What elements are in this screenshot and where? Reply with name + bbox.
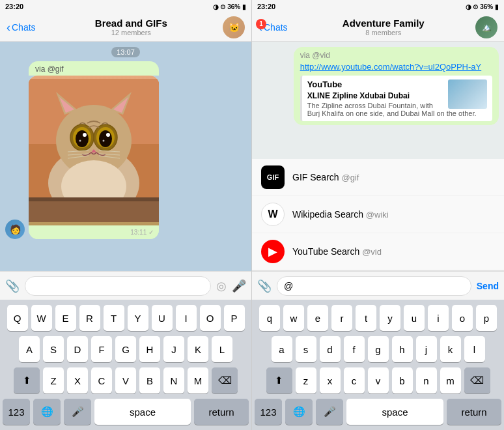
left-avatar[interactable]: 🐱 [223, 16, 245, 38]
left-key-m[interactable]: M [188, 367, 208, 394]
left-key-d[interactable]: D [67, 336, 88, 362]
right-key-y[interactable]: y [380, 305, 400, 331]
right-delete-key[interactable]: ⌫ [464, 367, 490, 394]
right-sugg-gif-text: GIF Search @gif [292, 171, 359, 183]
left-key-z[interactable]: Z [43, 367, 64, 394]
left-key-t[interactable]: T [104, 305, 124, 331]
right-sugg-wiki-text: Wikipedia Search @wiki [292, 208, 389, 220]
left-shift-key[interactable]: ⬆ [14, 367, 40, 394]
left-key-v[interactable]: V [115, 367, 136, 394]
right-key-n[interactable]: n [416, 367, 437, 394]
right-key-v[interactable]: v [368, 367, 389, 394]
left-key-globe[interactable]: 🌐 [33, 399, 61, 425]
right-sugg-yt[interactable]: ▶ YouTube Search @vid [252, 233, 504, 270]
right-key-t[interactable]: t [356, 305, 376, 331]
right-key-b[interactable]: b [392, 367, 413, 394]
right-key-j[interactable]: j [416, 336, 437, 362]
right-key-x[interactable]: x [320, 367, 341, 394]
left-via-label: via @gif [29, 61, 159, 76]
right-key-l[interactable]: l [464, 336, 485, 362]
left-sticker-icon[interactable]: ◎ [216, 279, 227, 293]
right-key-r[interactable]: r [331, 305, 352, 331]
right-key-p[interactable]: p [476, 305, 497, 331]
left-key-c[interactable]: C [91, 367, 112, 394]
left-timestamp-1: 13:07 [111, 47, 140, 57]
left-key-g[interactable]: G [115, 336, 136, 362]
right-key-z[interactable]: z [296, 367, 316, 394]
right-key-i[interactable]: i [428, 305, 449, 331]
left-attach-icon[interactable]: 📎 [5, 279, 20, 293]
right-key-e[interactable]: e [307, 305, 328, 331]
left-gif-image [29, 76, 159, 225]
svg-rect-29 [29, 197, 159, 201]
right-key-123[interactable]: 123 [255, 399, 282, 425]
left-chevron-icon: ‹ [7, 22, 10, 33]
left-key-w[interactable]: W [31, 305, 52, 331]
left-key-r[interactable]: R [79, 305, 100, 331]
left-delete-key[interactable]: ⌫ [212, 367, 238, 394]
left-key-o[interactable]: O [200, 305, 221, 331]
right-key-a[interactable]: a [272, 336, 292, 362]
right-key-space[interactable]: space [346, 399, 443, 425]
svg-point-12 [76, 130, 89, 147]
left-key-e[interactable]: E [55, 305, 76, 331]
left-key-s[interactable]: S [43, 336, 64, 362]
left-key-n[interactable]: N [163, 367, 184, 394]
right-key-q[interactable]: q [259, 305, 280, 331]
right-sugg-gif[interactable]: GIF GIF Search @gif [252, 159, 504, 196]
right-input-bar: 📎 Send [252, 271, 504, 300]
right-key-o[interactable]: o [452, 305, 473, 331]
left-key-mic[interactable]: 🎤 [64, 399, 91, 425]
left-gif-bubble[interactable]: 13:11 ✓ [29, 76, 159, 239]
left-status-icons: ◑ ⊙ 36% ▮ [213, 3, 246, 10]
right-key-f[interactable]: f [344, 336, 365, 362]
left-key-f[interactable]: F [91, 336, 112, 362]
right-key-d[interactable]: d [320, 336, 341, 362]
right-message-input[interactable] [277, 276, 471, 296]
svg-point-14 [83, 133, 87, 137]
right-shift-key[interactable]: ⬆ [266, 367, 292, 394]
left-key-return[interactable]: return [194, 399, 249, 425]
right-chat-panel: 23:20 ◑ ⊙ 36% ▮ ‹ Chats 1 Adventure Fami… [252, 0, 504, 430]
left-message-input[interactable] [25, 276, 211, 296]
right-key-u[interactable]: u [404, 305, 425, 331]
left-key-q[interactable]: Q [7, 305, 28, 331]
right-key-mic[interactable]: 🎤 [316, 399, 343, 425]
right-attach-icon[interactable]: 📎 [257, 279, 272, 293]
right-key-h[interactable]: h [392, 336, 413, 362]
left-key-l[interactable]: L [212, 336, 232, 362]
left-key-space[interactable]: space [94, 399, 191, 425]
left-msg-time2: 13:11 ✓ [130, 229, 154, 236]
right-key-m[interactable]: m [440, 367, 461, 394]
left-key-h[interactable]: H [139, 336, 160, 362]
right-status-icons: ◑ ⊙ 36% ▮ [466, 3, 499, 10]
right-key-w[interactable]: w [283, 305, 304, 331]
right-key-k[interactable]: k [440, 336, 461, 362]
right-key-c[interactable]: c [344, 367, 365, 394]
right-gif-icon: GIF [261, 165, 285, 189]
left-key-123[interactable]: 123 [3, 399, 30, 425]
left-key-p[interactable]: P [224, 305, 245, 331]
left-key-x[interactable]: X [67, 367, 88, 394]
right-keyboard-bottom: 123 🌐 🎤 space return [252, 394, 504, 430]
left-key-b[interactable]: B [139, 367, 160, 394]
left-key-a[interactable]: A [19, 336, 40, 362]
right-key-g[interactable]: g [368, 336, 389, 362]
left-back-button[interactable]: ‹ Chats [7, 22, 36, 33]
right-sugg-wiki[interactable]: W Wikipedia Search @wiki [252, 196, 504, 233]
right-key-return[interactable]: return [447, 399, 501, 425]
right-key-s[interactable]: s [296, 336, 316, 362]
right-link[interactable]: http://www.youtube.com/watch?v=ul2QoPPH-… [300, 62, 482, 72]
left-chat-area: 13:07 🧑 via @gif [0, 42, 251, 271]
left-key-i[interactable]: I [176, 305, 197, 331]
left-mic-icon[interactable]: 🎤 [232, 279, 246, 293]
right-key-globe[interactable]: 🌐 [285, 399, 313, 425]
right-avatar[interactable]: 🏔️ [475, 16, 497, 38]
right-via-label: via @vid [300, 51, 492, 60]
right-send-button[interactable]: Send [477, 281, 499, 291]
left-key-j[interactable]: J [163, 336, 184, 362]
left-key-k[interactable]: K [188, 336, 208, 362]
left-key-y[interactable]: Y [128, 305, 148, 331]
svg-point-17 [103, 140, 105, 142]
left-key-u[interactable]: U [152, 305, 173, 331]
